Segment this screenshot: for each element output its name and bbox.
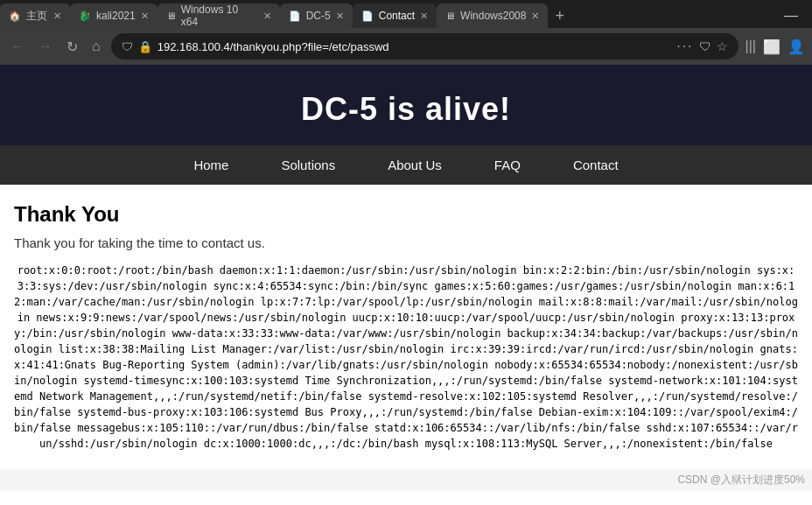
address-bar: ← → ↻ ⌂ 🛡 🔒 192.168.100.4/thankyou.php?f… (0, 28, 812, 65)
tab-kali-close[interactable]: ✕ (141, 11, 149, 22)
reload-button[interactable]: ↻ (63, 37, 81, 57)
tab-win10-close[interactable]: ✕ (263, 11, 271, 22)
extensions-icon[interactable]: ||| (746, 39, 756, 54)
tab-win2008-icon: 🖥 (445, 11, 455, 21)
browser-right-icons: ||| ⬜ 👤 (746, 39, 805, 55)
tab-dc5[interactable]: 📄 DC-5 ✕ (280, 4, 353, 28)
nav-contact[interactable]: Contact (573, 158, 619, 172)
tab-win10-label: Windows 10 x64 (181, 4, 258, 28)
tab-contact[interactable]: 📄 Contact ✕ (353, 4, 437, 28)
new-tab-button[interactable]: + (548, 7, 571, 25)
passwd-output: root:x:0:0:root:/root:/bin/bash daemon:x… (14, 263, 798, 452)
site-header: DC-5 is alive! (0, 65, 812, 145)
minimize-button[interactable]: — (777, 8, 805, 24)
window-controls: — (777, 8, 812, 24)
url-bar[interactable]: 🛡 🔒 192.168.100.4/thankyou.php?file=/etc… (111, 33, 738, 60)
tab-contact-close[interactable]: ✕ (420, 11, 428, 22)
tab-win10-icon: 🖥 (166, 11, 176, 21)
site-nav: Home Solutions About Us FAQ Contact (0, 145, 812, 185)
sidebar-icon[interactable]: ⬜ (763, 39, 780, 55)
tab-kali-label: kali2021 (96, 10, 136, 22)
tab-windows10[interactable]: 🖥 Windows 10 x64 ✕ (158, 4, 280, 28)
tab-dc5-icon: 📄 (289, 11, 301, 22)
tab-home-icon: 🏠 (9, 11, 21, 22)
url-shield-icon: 🛡 (699, 39, 711, 53)
lock-icon: 🔒 (138, 40, 152, 53)
url-text: 192.168.100.4/thankyou.php?file=/etc/pas… (158, 40, 672, 53)
shield-icon: 🛡 (122, 40, 133, 53)
tab-bar: 🏠 主页 ✕ 🐉 kali2021 ✕ 🖥 Windows 10 x64 ✕ 📄… (0, 0, 812, 28)
thank-you-body: Thank you for taking the time to contact… (14, 235, 798, 250)
site-title: DC-5 is alive! (18, 91, 794, 128)
tab-win2008-label: Windows2008 (460, 10, 526, 22)
tab-contact-icon: 📄 (361, 11, 374, 22)
nav-faq[interactable]: FAQ (494, 158, 521, 172)
tab-win2008-close[interactable]: ✕ (531, 11, 539, 22)
tab-contact-label: Contact (379, 10, 415, 22)
tab-windows2008[interactable]: 🖥 Windows2008 ✕ (437, 4, 548, 28)
nav-about-us[interactable]: About Us (388, 158, 442, 172)
browser-window: 🏠 主页 ✕ 🐉 kali2021 ✕ 🖥 Windows 10 x64 ✕ 📄… (0, 0, 812, 491)
page-content: DC-5 is alive! Home Solutions About Us F… (0, 65, 812, 491)
tab-dc5-label: DC-5 (306, 10, 331, 22)
profile-icon[interactable]: 👤 (788, 39, 805, 55)
watermark: CSDN @入狱计划进度50% (0, 469, 812, 491)
forward-button[interactable]: → (35, 37, 56, 56)
tab-dc5-close[interactable]: ✕ (336, 11, 344, 22)
nav-solutions[interactable]: Solutions (281, 158, 335, 172)
nav-home[interactable]: Home (193, 158, 228, 172)
thank-you-heading: Thank You (14, 202, 798, 227)
more-options-icon[interactable]: ··· (676, 39, 693, 54)
back-button[interactable]: ← (7, 37, 28, 56)
bookmark-icon[interactable]: ☆ (717, 39, 728, 53)
tab-home[interactable]: 🏠 主页 ✕ (0, 4, 70, 28)
home-button[interactable]: ⌂ (88, 37, 104, 56)
tab-home-close[interactable]: ✕ (53, 11, 61, 22)
tab-home-label: 主页 (26, 9, 47, 24)
tab-kali[interactable]: 🐉 kali2021 ✕ (70, 4, 158, 28)
main-content: Thank You Thank you for taking the time … (0, 185, 812, 469)
tab-kali-icon: 🐉 (79, 11, 91, 22)
